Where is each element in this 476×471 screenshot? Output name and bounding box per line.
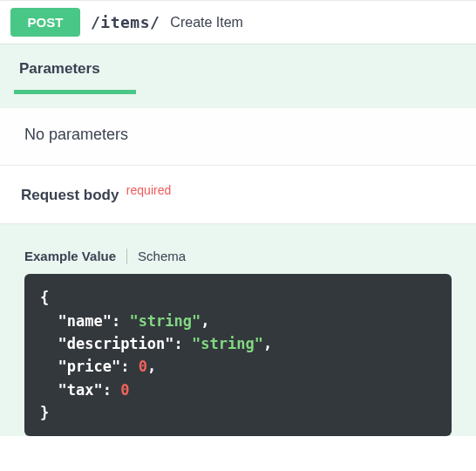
parameters-tab-underline	[14, 90, 136, 94]
parameters-header: Parameters	[0, 44, 476, 108]
method-badge: POST	[10, 8, 80, 37]
tab-separator	[126, 249, 127, 264]
operation-summary: Create Item	[170, 15, 243, 31]
operation-block: POST /items/ Create Item Parameters No p…	[0, 0, 476, 436]
tab-example-value[interactable]: Example Value	[24, 247, 116, 265]
tab-schema[interactable]: Schema	[138, 247, 186, 265]
operation-summary-row[interactable]: POST /items/ Create Item	[0, 1, 476, 44]
required-flag: required	[126, 183, 171, 197]
request-body-title: Request body	[21, 187, 119, 203]
parameters-title: Parameters	[19, 60, 100, 78]
operation-path: /items/	[91, 13, 160, 31]
no-parameters-message: No parameters	[0, 108, 476, 165]
operation-body: Parameters No parameters Request body re…	[0, 44, 476, 436]
request-body-header: Request body required	[0, 165, 476, 224]
example-code-wrap: { "name": "string", "description": "stri…	[0, 274, 476, 436]
model-tabs: Example Value Schema	[0, 224, 476, 274]
example-json-code[interactable]: { "name": "string", "description": "stri…	[24, 274, 452, 436]
